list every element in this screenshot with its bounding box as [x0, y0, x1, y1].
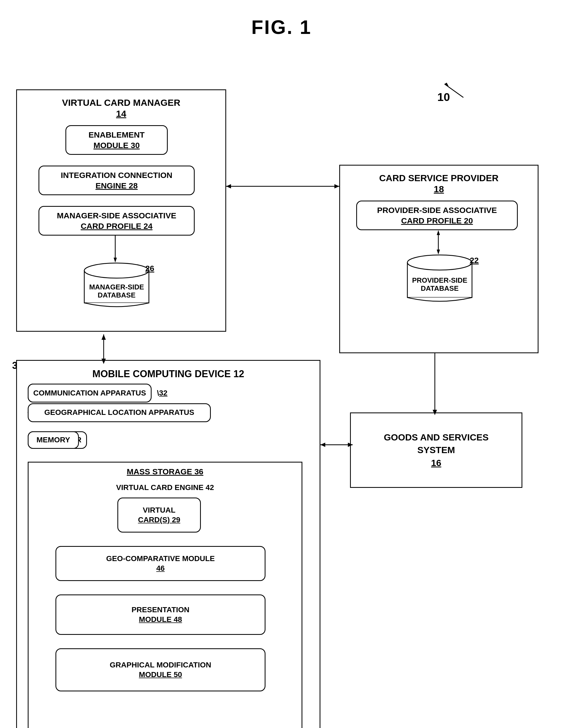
svg-marker-24: [320, 443, 325, 447]
presentation-box: PRESENTATION MODULE 48: [55, 594, 265, 635]
manager-db: MANAGER-SIDE DATABASE 26: [76, 263, 157, 311]
virtual-cards-box: VIRTUAL CARD(S) 29: [117, 498, 201, 533]
svg-marker-16: [226, 184, 231, 188]
mcd-outer-box: MOBILE COMPUTING DEVICE 12 DISPLAY COMMU…: [16, 360, 320, 728]
vcm-title: VIRTUAL CARD MANAGER 14: [17, 95, 225, 121]
svg-point-5: [84, 263, 149, 278]
svg-text:MANAGER-SIDE: MANAGER-SIDE: [89, 283, 144, 291]
svg-marker-20: [102, 359, 106, 364]
svg-line-0: [445, 84, 463, 97]
manager-profile-box: MANAGER-SIDE ASSOCIATIVE CARD PROFILE 24: [39, 206, 195, 236]
provider-db: PROVIDER-SIDE DATABASE 22: [399, 254, 480, 308]
gss-outer-box: GOODS AND SERVICES SYSTEM 16: [350, 412, 522, 488]
graphical-mod-box: GRAPHICAL MODIFICATION MODULE 50: [55, 648, 265, 691]
mass-storage-outer: MASS STORAGE 36 VIRTUAL CARD ENGINE 42 V…: [28, 462, 302, 728]
page-title: FIG. 1: [0, 0, 563, 49]
integration-box: INTEGRATION CONNECTION ENGINE 28: [39, 166, 195, 195]
memory-box: MEMORY: [28, 431, 79, 449]
csp-outer-box: CARD SERVICE PROVIDER 18 PROVIDER-SIDE A…: [339, 165, 538, 353]
mcd-title: MOBILE COMPUTING DEVICE 12: [17, 366, 320, 383]
svg-marker-9: [437, 230, 440, 235]
csp-title: CARD SERVICE PROVIDER 18: [340, 170, 538, 197]
svg-marker-3: [114, 258, 117, 263]
svg-marker-19: [102, 334, 106, 340]
svg-marker-25: [348, 443, 353, 447]
geo-comp-box: GEO-COMPARATIVE MODULE 46: [55, 546, 265, 581]
svg-marker-22: [433, 410, 437, 415]
svg-text:DATABASE: DATABASE: [421, 284, 459, 292]
comm-box: COMMUNICATION APPARATUS: [28, 384, 152, 403]
svg-marker-10: [437, 250, 440, 254]
svg-point-12: [407, 255, 472, 270]
geo-box: GEOGRAPHICAL LOCATION APPARATUS: [28, 403, 211, 422]
svg-text:PROVIDER-SIDE: PROVIDER-SIDE: [412, 276, 467, 284]
svg-marker-17: [334, 184, 339, 188]
provider-profile-box: PROVIDER-SIDE ASSOCIATIVE CARD PROFILE 2…: [356, 201, 518, 230]
enablement-box: ENABLEMENT MODULE 30: [65, 125, 168, 155]
svg-text:DATABASE: DATABASE: [98, 291, 136, 299]
vcm-outer-box: VIRTUAL CARD MANAGER 14 ENABLEMENT MODUL…: [16, 89, 226, 332]
